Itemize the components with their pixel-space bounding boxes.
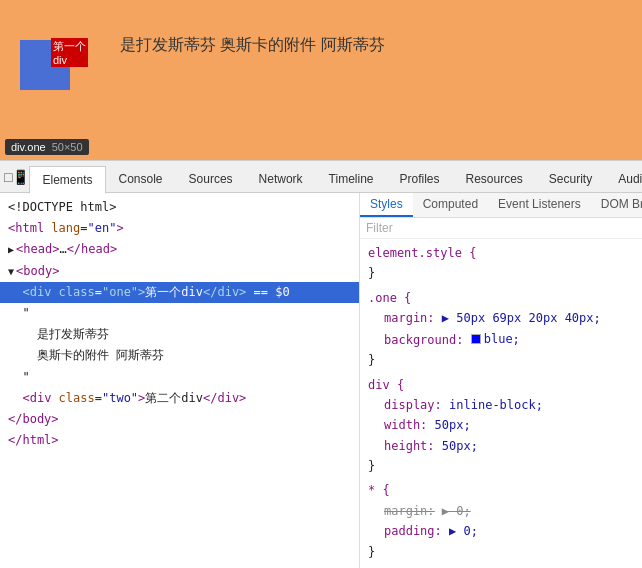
- html-text-quote2: ": [0, 367, 359, 388]
- rule-div-1: div { display: inline-block; width: 50px…: [368, 375, 634, 477]
- rule-div1-width: width: 50px;: [368, 415, 634, 435]
- rule-element-style-close: }: [368, 263, 634, 283]
- rule-star: * { margin: ▶ 0; padding: ▶ 0; }: [368, 480, 634, 562]
- tab-network[interactable]: Network: [246, 165, 316, 193]
- div-red-label: 第一个div: [51, 38, 88, 67]
- main-tab-bar: Elements Console Sources Network Timelin…: [29, 161, 642, 193]
- html-body[interactable]: ▼<body>: [0, 261, 359, 282]
- tab-audits[interactable]: Audits: [605, 165, 642, 193]
- html-head[interactable]: ▶<head>…</head>: [0, 239, 359, 260]
- rule-one-close: }: [368, 350, 634, 370]
- css-rules: element.style { } .one { margin: ▶ 50px …: [360, 239, 642, 568]
- tab-sources[interactable]: Sources: [176, 165, 246, 193]
- html-html-close[interactable]: </html>: [0, 430, 359, 451]
- html-panel: <!DOCTYPE html> <html lang="en"> ▶<head>…: [0, 193, 360, 568]
- rule-div1-height: height: 50px;: [368, 436, 634, 456]
- rule-star-close: }: [368, 542, 634, 562]
- rule-one: .one { margin: ▶ 50px 69px 20px 40px; ba…: [368, 288, 634, 371]
- tab-security[interactable]: Security: [536, 165, 605, 193]
- html-div-two[interactable]: <div class="two">第二个div</div>: [0, 388, 359, 409]
- styles-panel: Styles Computed Event Listeners DOM Brea…: [360, 193, 642, 568]
- filter-bar[interactable]: Filter: [360, 218, 642, 239]
- preview-text: 是打发斯蒂芬 奥斯卡的附件 阿斯蒂芬: [120, 35, 385, 56]
- rule-star-margin: margin: ▶ 0;: [368, 501, 634, 521]
- html-doctype[interactable]: <!DOCTYPE html>: [0, 197, 359, 218]
- rule-div1-close: }: [368, 456, 634, 476]
- devtools-toolbar: □ 📱 Elements Console Sources Network Tim…: [0, 161, 642, 193]
- tab-elements[interactable]: Elements: [29, 166, 105, 194]
- rule-element-style: element.style { }: [368, 243, 634, 284]
- tab-profiles[interactable]: Profiles: [386, 165, 452, 193]
- inspect-icon[interactable]: □: [4, 165, 12, 189]
- rule-one-background: background: blue;: [368, 329, 634, 351]
- tab-styles[interactable]: Styles: [360, 193, 413, 217]
- html-root[interactable]: <html lang="en">: [0, 218, 359, 239]
- devtools-chrome: □ 📱 Elements Console Sources Network Tim…: [0, 160, 642, 568]
- html-div-one[interactable]: <div class="one">第一个div</div> == $0: [0, 282, 359, 303]
- html-text-line2: 奥斯卡的附件 阿斯蒂芬: [0, 345, 359, 366]
- rule-one-margin: margin: ▶ 50px 69px 20px 40px;: [368, 308, 634, 328]
- mobile-icon[interactable]: 📱: [12, 165, 29, 189]
- blue-box: 第一个div: [20, 40, 70, 90]
- tab-computed[interactable]: Computed: [413, 193, 488, 217]
- tooltip-dimensions: 50×50: [52, 141, 83, 153]
- tab-resources[interactable]: Resources: [453, 165, 536, 193]
- html-text-line1: 是打发斯蒂芬: [0, 324, 359, 345]
- rule-div1-selector: div {: [368, 375, 634, 395]
- tab-dom-breakpoints[interactable]: DOM Breakpo...: [591, 193, 642, 217]
- rule-star-padding: padding: ▶ 0;: [368, 521, 634, 541]
- element-tooltip: div.one 50×50: [5, 139, 89, 155]
- rule-one-selector: .one {: [368, 288, 634, 308]
- tab-timeline[interactable]: Timeline: [316, 165, 387, 193]
- rule-star-selector: * {: [368, 480, 634, 500]
- rule-div1-display: display: inline-block;: [368, 395, 634, 415]
- tooltip-selector: div.one: [11, 141, 46, 153]
- rule-element-style-selector: element.style {: [368, 243, 634, 263]
- devtools-main: <!DOCTYPE html> <html lang="en"> ▶<head>…: [0, 193, 642, 568]
- color-swatch-blue[interactable]: [471, 334, 481, 344]
- tab-console[interactable]: Console: [106, 165, 176, 193]
- html-body-close[interactable]: </body>: [0, 409, 359, 430]
- tab-event-listeners[interactable]: Event Listeners: [488, 193, 591, 217]
- styles-tab-bar: Styles Computed Event Listeners DOM Brea…: [360, 193, 642, 218]
- preview-area: 第一个div 是打发斯蒂芬 奥斯卡的附件 阿斯蒂芬 div.one 50×50: [0, 0, 642, 160]
- html-text-quote1: ": [0, 303, 359, 324]
